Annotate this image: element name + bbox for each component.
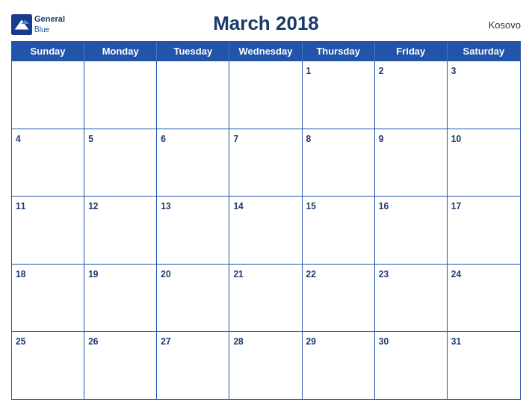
day-cell-28: 28 [229,332,302,399]
day-cell-11: 11 [12,197,84,264]
day-cell-25: 25 [12,332,84,399]
day-cell-21: 21 [229,265,302,332]
day-cell-19: 19 [84,265,157,332]
header-sunday: Sunday [12,42,84,61]
day-cell [157,61,229,129]
header-tuesday: Tuesday [157,42,229,61]
day-cell-23: 23 [375,265,448,332]
day-cell-27: 27 [157,332,229,399]
day-cell-29: 29 [303,332,375,399]
calendar-body: 1 2 3 4 5 6 7 8 9 10 11 12 13 14 15 16 [12,61,520,399]
day-cell-20: 20 [157,265,229,332]
calendar-title: March 2018 [213,12,319,35]
day-cell [229,61,302,129]
header-friday: Friday [375,42,448,61]
header-saturday: Saturday [448,42,520,61]
day-cell-24: 24 [448,265,520,332]
day-cell [84,61,157,129]
logo-text: General Blue [34,14,65,34]
day-cell-7: 7 [229,129,302,197]
day-cell-3: 3 [448,61,520,129]
calendar-page: General Blue March 2018 Kosovo Sunday Mo… [0,0,532,411]
day-cell-4: 4 [12,129,84,197]
day-cell [12,61,84,129]
day-cell-12: 12 [84,197,157,264]
day-cell-15: 15 [303,197,375,264]
header-thursday: Thursday [303,42,375,61]
day-cell-9: 9 [375,129,448,197]
day-cell-22: 22 [303,265,375,332]
days-header-row: Sunday Monday Tuesday Wednesday Thursday… [12,42,520,61]
calendar-grid: Sunday Monday Tuesday Wednesday Thursday… [11,41,521,400]
week-row-4: 18 19 20 21 22 23 24 [12,264,520,332]
day-cell-16: 16 [375,197,448,264]
day-cell-2: 2 [375,61,448,129]
logo[interactable]: General Blue [11,14,65,35]
day-cell-8: 8 [303,129,375,197]
day-cell-10: 10 [448,129,520,197]
week-row-3: 11 12 13 14 15 16 17 [12,196,520,264]
day-cell-17: 17 [448,197,520,264]
day-cell-31: 31 [448,332,520,399]
logo-icon [11,14,32,35]
day-cell-6: 6 [157,129,229,197]
calendar-header: General Blue March 2018 Kosovo [11,7,521,41]
country-label: Kosovo [489,19,521,30]
week-row-1: 1 2 3 [12,61,520,129]
day-cell-26: 26 [84,332,157,399]
header-monday: Monday [84,42,157,61]
day-cell-1: 1 [303,61,375,129]
day-cell-18: 18 [12,265,84,332]
day-cell-30: 30 [375,332,448,399]
week-row-2: 4 5 6 7 8 9 10 [12,129,520,197]
day-cell-14: 14 [229,197,302,264]
week-row-5: 25 26 27 28 29 30 31 [12,331,520,399]
header-wednesday: Wednesday [229,42,302,61]
day-cell-13: 13 [157,197,229,264]
day-cell-5: 5 [84,129,157,197]
